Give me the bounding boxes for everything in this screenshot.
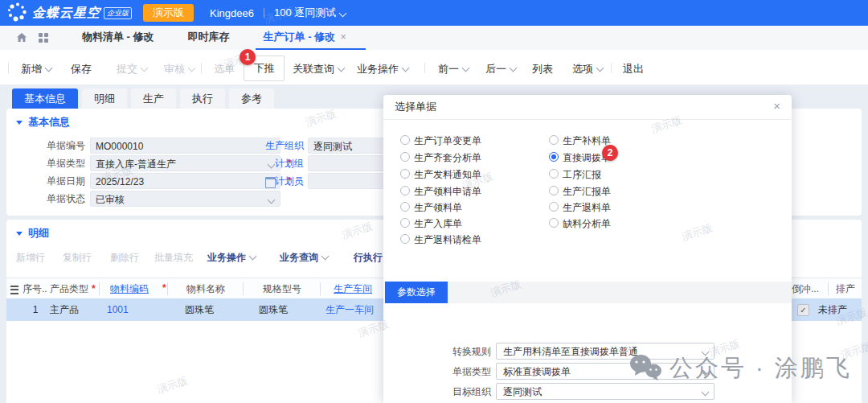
row-business-query-button[interactable]: 业务查询 — [280, 249, 328, 266]
cell-material-code-link[interactable]: 1001 — [107, 298, 129, 321]
radio-label[interactable]: 缺料分析单 — [563, 217, 611, 231]
previous-button[interactable]: 前一 — [438, 62, 469, 76]
column-divider — [320, 282, 321, 295]
new-button[interactable]: 新增 — [21, 62, 51, 76]
add-row-button: 新增行 — [16, 249, 45, 266]
rule-row: 转换规则 生产用料清单至直接调拨单普通 — [383, 343, 792, 360]
radio-label[interactable]: 工序汇报 — [563, 168, 601, 182]
rule-select[interactable]: 生产用料清单至直接调拨单普通 — [496, 343, 714, 360]
exit-button[interactable]: 退出 — [623, 62, 644, 76]
delete-row-button: 删除行 — [110, 249, 139, 266]
radio-instock-bill[interactable] — [400, 218, 410, 228]
close-dialog-icon[interactable]: × — [773, 99, 780, 113]
push-down-button[interactable]: 下推 1 — [244, 56, 285, 81]
chevron-down-icon[interactable] — [339, 9, 347, 17]
save-button[interactable]: 保存 — [71, 62, 92, 76]
radio-label[interactable]: 生产入库单 — [414, 217, 462, 231]
chevron-down-icon — [45, 64, 53, 72]
radio-label[interactable]: 生产补料单 — [563, 134, 611, 148]
section-title: 明细 — [28, 226, 49, 241]
col-material-code[interactable]: 物料编码 — [100, 278, 158, 299]
grid-menu-icon[interactable] — [10, 286, 18, 294]
radio-label[interactable]: 生产退料请检单 — [414, 233, 481, 247]
close-tab-icon[interactable]: × — [340, 31, 346, 43]
tab-material-bom[interactable]: 物料清单 - 修改 — [82, 26, 154, 50]
audit-button: 审核 — [164, 62, 194, 76]
tab-production-order[interactable]: 生产订单 - 修改× — [264, 26, 346, 50]
chevron-down-icon — [338, 64, 346, 72]
radio-label[interactable]: 生产齐套分析单 — [414, 151, 481, 165]
tab-execution[interactable]: 执行 — [180, 88, 225, 109]
tab-basic-info[interactable]: 基本信息 — [12, 88, 78, 109]
radio-label[interactable]: 生产退料单 — [563, 201, 611, 215]
radio-return-inspect[interactable] — [400, 234, 410, 244]
business-operation-button[interactable]: 业务操作 — [357, 62, 408, 76]
cell-workshop-link[interactable]: 生产一车间 — [326, 298, 374, 321]
chevron-down-icon — [596, 64, 604, 72]
tab-realtime-inventory[interactable]: 即时库存 — [188, 26, 230, 50]
column-divider — [243, 282, 244, 295]
home-icon[interactable] — [16, 32, 27, 43]
apps-grid-icon[interactable] — [39, 33, 48, 43]
tab-detail[interactable]: 明细 — [82, 88, 127, 109]
doc-type-label: 单据类型 — [8, 155, 85, 171]
open-pages-tabbar: 物料清单 - 修改 即时库存 生产订单 - 修改× — [0, 26, 868, 51]
push-down-label: 下推 — [254, 62, 275, 74]
col-schedule: 排产 — [829, 278, 862, 299]
row-business-operation-button[interactable]: 业务操作 — [207, 249, 256, 266]
radio-prod-order-change[interactable] — [400, 135, 410, 145]
options-button[interactable]: 选项 — [572, 62, 603, 76]
column-divider — [167, 282, 168, 295]
target-org-select[interactable]: 逐同测试 — [496, 383, 714, 400]
radio-kitting-analysis[interactable] — [400, 152, 410, 162]
radio-shortage-analysis[interactable] — [549, 218, 559, 228]
list-button[interactable]: 列表 — [532, 62, 553, 76]
cell-product-type: 主产品 — [50, 298, 79, 321]
next-button[interactable]: 后一 — [485, 62, 516, 76]
doc-status-select[interactable]: 已审核 — [90, 191, 280, 207]
radio-direct-transfer-selected[interactable] — [549, 152, 559, 162]
chevron-down-icon — [462, 64, 470, 72]
guide-step-1-badge: 1 — [240, 49, 256, 65]
radio-label[interactable]: 生产发料通知单 — [414, 168, 481, 182]
related-query-button[interactable]: 关联查询 — [293, 62, 344, 76]
radio-label[interactable]: 生产领料单 — [414, 201, 462, 215]
detail-section-header[interactable]: 明细 — [16, 226, 49, 241]
doc-date-label: 单据日期 — [8, 173, 85, 189]
chevron-down-icon — [249, 253, 257, 261]
chevron-down-icon — [510, 64, 518, 72]
chevron-down-icon — [702, 368, 710, 376]
required-mark: * — [162, 282, 166, 294]
tab-production[interactable]: 生产 — [131, 88, 176, 109]
org-label[interactable]: 生产组织 — [227, 138, 304, 154]
batch-fill-button: 批量填充 — [154, 249, 193, 266]
radio-material-return[interactable] — [549, 202, 559, 212]
col-seq: 序号.. — [23, 278, 48, 299]
doc-no-label: 单据编号 — [8, 138, 85, 154]
section-title: 基本信息 — [28, 115, 70, 130]
radio-prod-report[interactable] — [549, 186, 559, 195]
row-execute-button[interactable]: 行执行 — [354, 249, 383, 266]
tab-reference[interactable]: 参考 — [229, 88, 274, 109]
radio-label[interactable]: 生产领料申请单 — [414, 185, 481, 199]
chevron-down-icon — [268, 196, 276, 204]
col-workshop[interactable]: 生产车间 — [321, 278, 384, 299]
radio-feeding-bill[interactable] — [549, 135, 559, 145]
plan-group-label[interactable]: 计划组 — [227, 155, 304, 171]
radio-label[interactable]: 生产订单变更单 — [414, 134, 481, 148]
tab-param-select[interactable]: 参数选择 — [385, 282, 448, 303]
planner-label[interactable]: 计划员 — [227, 173, 304, 189]
organization-switcher[interactable]: 100 逐同测试 — [274, 6, 336, 20]
radio-label[interactable]: 生产汇报单 — [563, 185, 611, 199]
radio-process-report[interactable] — [549, 169, 559, 179]
form-tabs: 基本信息 明细 生产 执行 参考 — [12, 88, 274, 109]
backflush-checkbox[interactable]: ✓ — [797, 304, 809, 316]
basic-section-header[interactable]: 基本信息 — [16, 115, 70, 130]
chevron-down-icon — [702, 389, 710, 397]
radio-picking-request[interactable] — [400, 186, 410, 195]
bill-type-select[interactable]: 标准直接调拨单 — [496, 363, 714, 380]
chevron-down-icon — [402, 64, 410, 72]
radio-issue-notice[interactable] — [400, 169, 410, 179]
radio-picking-bill[interactable] — [400, 202, 410, 212]
top-bar: 金蝶云星空 企业版 演示版 Kingdee6 100 逐同测试 — [0, 0, 868, 26]
